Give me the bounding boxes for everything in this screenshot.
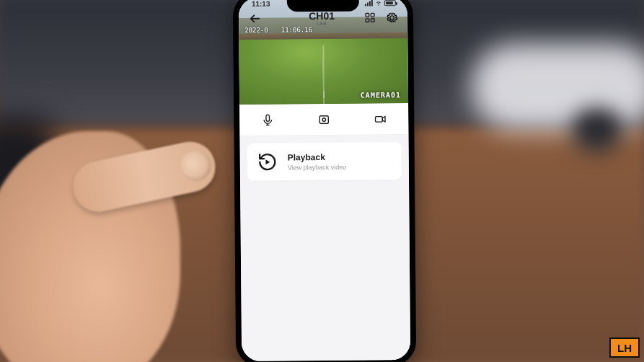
phone-notch (287, 0, 359, 12)
content-area: Playback View playback video (239, 135, 410, 361)
app-header: CH01 Live (239, 9, 407, 27)
page-title: CH01 Live (281, 10, 363, 27)
svg-rect-0 (366, 13, 369, 17)
svg-point-5 (322, 118, 326, 121)
status-indicators (365, 0, 400, 6)
snapshot-button[interactable] (309, 105, 338, 133)
phone-screen: 11:13 CH01 Live (239, 0, 410, 361)
feed-date: 2022-0 (244, 27, 268, 34)
feed-timestamp: 2022-0 11:06.16 (244, 26, 312, 34)
playback-title: Playback (288, 152, 347, 163)
mic-button[interactable] (253, 105, 282, 134)
channel-title: CH01 (309, 10, 335, 22)
svg-rect-2 (366, 19, 369, 22)
watermark-badge: LH (609, 337, 640, 358)
feed-time: 11:06.16 (281, 26, 312, 33)
phone-frame: 11:13 CH01 Live (233, 0, 417, 362)
camera-label: CAMERA01 (361, 91, 401, 99)
record-button[interactable] (366, 105, 394, 133)
wifi-icon (375, 0, 382, 6)
svg-rect-1 (371, 13, 374, 17)
playback-card[interactable]: Playback View playback video (247, 142, 402, 181)
back-button[interactable] (247, 12, 262, 26)
signal-icon (365, 0, 373, 6)
playback-subtitle: View playback video (288, 164, 346, 172)
svg-rect-3 (371, 19, 374, 22)
grid-view-button[interactable] (363, 10, 377, 25)
feed-action-bar (239, 103, 408, 136)
channel-subtitle: Live (281, 21, 363, 27)
svg-rect-6 (375, 116, 382, 122)
settings-button[interactable] (384, 10, 399, 25)
svg-rect-4 (319, 115, 328, 123)
status-time: 11:13 (246, 0, 270, 8)
battery-icon (384, 0, 396, 6)
playback-icon (257, 152, 278, 172)
camera-feed[interactable]: 11:13 CH01 Live (239, 0, 408, 105)
